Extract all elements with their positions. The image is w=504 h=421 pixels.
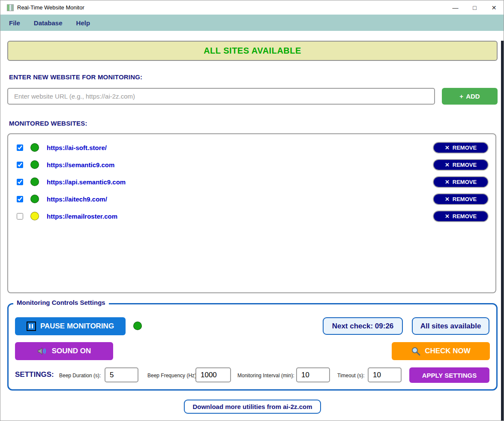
sound-button-label: SOUND ON [52,347,91,355]
remove-button-label: REMOVE [453,179,477,185]
menu-bar: File Database Help [0,15,504,31]
sites-status-label: All sites available [420,322,481,331]
menu-help[interactable]: Help [76,19,90,27]
site-checkbox[interactable] [17,162,23,168]
monitoring-active-dot [133,322,142,330]
status-circle [30,143,39,152]
remove-button-label: REMOVE [453,213,477,220]
add-button[interactable]: + ADD [442,88,498,105]
remove-x-icon: ✕ [445,144,450,151]
site-row: https://api.semantic9.com ✕ REMOVE [8,173,495,190]
remove-x-icon: ✕ [445,196,450,202]
add-button-label: ADD [466,93,480,100]
site-checkbox[interactable] [17,144,23,151]
beep-duration-label: Beep Duration (s): [59,373,101,379]
menu-database[interactable]: Database [34,19,63,27]
remove-button-label: REMOVE [453,144,477,151]
window-title: Real-Time Website Monitor [17,4,84,11]
site-url: https://semantic9.com [47,161,114,168]
monitoring-controls-legend: Monitoring Controls Settings [13,299,109,306]
site-url: https://emailroster.com [47,213,117,220]
title-bar: Real-Time Website Monitor — □ ✕ [0,0,504,15]
minimize-icon[interactable]: — [446,0,465,15]
next-check-pill: Next check: 09:26 [323,317,403,335]
beep-duration-input[interactable] [105,367,138,382]
pause-monitoring-button[interactable]: PAUSE MONITORING [15,317,126,335]
sound-toggle-button[interactable]: SOUND ON [15,342,113,360]
timeout-label: Timeout (s): [337,373,365,379]
check-now-button[interactable]: CHECK NOW [392,342,490,360]
remove-button[interactable]: ✕ REMOVE [433,193,489,205]
status-circle [30,177,39,186]
site-url: https://ai-soft.store/ [47,144,107,151]
window-controls: — □ ✕ [446,0,504,15]
website-url-input[interactable] [7,88,435,105]
remove-button[interactable]: ✕ REMOVE [433,176,489,188]
menu-file[interactable]: File [9,19,20,27]
site-url: https://aitech9.com/ [47,195,107,203]
site-row: https://aitech9.com/ ✕ REMOVE [8,190,495,207]
monitoring-interval-input[interactable] [296,367,330,382]
enter-website-label: ENTER NEW WEBSITE FOR MONITORING: [9,73,142,81]
pause-icon [27,322,36,331]
remove-button[interactable]: ✕ REMOVE [433,142,489,153]
close-icon[interactable]: ✕ [484,0,504,15]
site-url: https://api.semantic9.com [47,178,126,186]
status-circle [30,212,39,220]
remove-x-icon: ✕ [445,179,450,185]
beep-frequency-input[interactable] [195,367,231,382]
apply-settings-button[interactable]: APPLY SETTINGS [409,367,489,383]
settings-label: SETTINGS: [15,370,54,379]
site-row: https://ai-soft.store/ ✕ REMOVE [8,139,495,156]
window-right-edge [501,41,504,421]
apply-settings-label: APPLY SETTINGS [422,372,477,379]
site-checkbox[interactable] [17,179,23,185]
status-banner-text: ALL SITES AVAILABLE [204,46,301,56]
remove-x-icon: ✕ [445,162,450,168]
plus-icon: + [459,93,463,100]
maximize-icon[interactable]: □ [465,0,484,15]
download-utilities-button[interactable]: Download more utilities from ai-2z.com [184,400,321,414]
site-row: https://semantic9.com ✕ REMOVE [8,156,495,173]
site-list: https://ai-soft.store/ ✕ REMOVE https://… [7,133,496,293]
remove-button-label: REMOVE [453,196,477,202]
pause-button-label: PAUSE MONITORING [40,322,114,331]
site-checkbox[interactable] [17,196,23,202]
remove-button[interactable]: ✕ REMOVE [433,159,489,171]
download-utilities-label: Download more utilities from ai-2z.com [192,403,312,410]
next-check-label: Next check: 09:26 [332,322,394,331]
timeout-input[interactable] [368,367,402,382]
status-banner: ALL SITES AVAILABLE [7,41,498,61]
site-row: https://emailroster.com ✕ REMOVE [8,207,495,225]
app-window: Real-Time Website Monitor — □ ✕ File Dat… [0,0,504,421]
check-now-label: CHECK NOW [425,347,471,355]
remove-button[interactable]: ✕ REMOVE [433,210,489,222]
site-checkbox[interactable] [17,213,23,220]
remove-button-label: REMOVE [453,162,477,168]
beep-frequency-label: Beep Frequency (Hz): [147,373,198,379]
status-circle [30,160,39,169]
remove-x-icon: ✕ [445,213,450,220]
monitoring-interval-label: Monitoring Interval (min): [237,373,294,379]
app-icon [7,4,14,11]
status-circle [30,195,39,203]
speaker-icon [37,347,48,355]
magnifier-icon [411,346,420,356]
sites-status-pill: All sites available [412,317,489,335]
monitored-websites-label: MONITORED WEBSITES: [9,120,87,127]
